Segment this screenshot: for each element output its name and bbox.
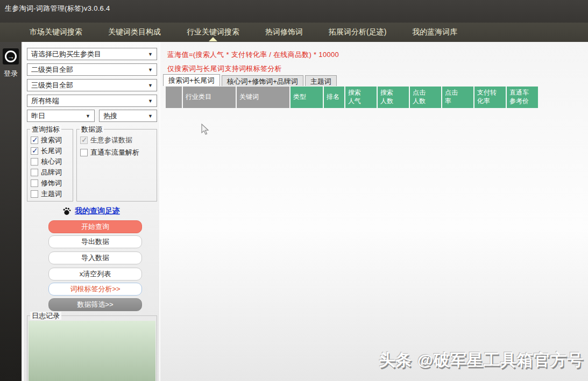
log-textarea[interactable] <box>29 321 155 381</box>
app-window: 生参淘词-词路管理(标签)v3.0.6.4 市场关键词搜索 关键词类目构成 行业… <box>0 0 588 381</box>
checkbox[interactable] <box>31 179 38 187</box>
chevron-down-icon: ▼ <box>148 52 153 57</box>
blue-ocean-formula-note: 蓝海值=(搜索人气 * 支付转化率 / 在线商品数) * 10000 <box>167 50 339 60</box>
menu-item-label: 热词修饰词 <box>265 27 303 37</box>
group-title: 日志记录 <box>30 312 61 320</box>
checkbox-row-modifier-word[interactable]: 修饰词 <box>31 179 62 188</box>
active-menu-arrow-icon <box>209 37 217 41</box>
menu-bar: 市场关键词搜索 关键词类目构成 行业关键词搜索 热词修饰词 拓展词分析(足迹) … <box>0 23 588 42</box>
window-title: 生参淘词-词路管理(标签)v3.0.6.4 <box>5 4 110 13</box>
select-value: 二级类目全部 <box>31 65 73 75</box>
checkbox-label: 修饰词 <box>41 178 62 188</box>
root-tag-support-note: 仅搜索词与长尾词支持词根标签分析 <box>167 64 282 74</box>
tab-search-longtail-words[interactable]: 搜索词+长尾词 <box>163 74 220 86</box>
menu-item-hot-modifier-words[interactable]: 热词修饰词 <box>265 23 303 42</box>
my-query-footprint-link[interactable]: 我的查询足迹 <box>75 206 120 216</box>
checkbox-label: 长尾词 <box>41 146 62 156</box>
menu-item-market-keyword-search[interactable]: 市场关键词搜索 <box>30 23 82 42</box>
chevron-down-icon: ▼ <box>86 113 90 119</box>
group-title: 查询指标 <box>30 125 61 133</box>
checkbox[interactable] <box>31 147 38 155</box>
checkbox-label: 品牌词 <box>41 168 62 177</box>
table-header-type[interactable]: 类型 <box>291 87 323 108</box>
table-header-ztc-reference-price[interactable]: 直通车 参考价 <box>507 87 538 108</box>
checkbox[interactable] <box>31 158 38 166</box>
third-level-category-select[interactable]: 三级类目全部 ▼ <box>27 79 157 91</box>
checkbox-row-long-tail-word[interactable]: 长尾词 <box>31 147 62 155</box>
checkbox-label: 生意参谋数据 <box>90 135 132 145</box>
checkbox[interactable] <box>80 136 88 144</box>
select-value: 所有终端 <box>31 96 59 106</box>
login-button[interactable]: → <box>3 48 19 64</box>
title-bar: 生参淘词-词路管理(标签)v3.0.6.4 <box>0 0 588 23</box>
table-header-rank[interactable]: 排名 <box>324 87 344 108</box>
log-group: 日志记录 <box>27 315 157 381</box>
checkbox-label: 搜索词 <box>41 135 62 145</box>
checkbox-row-sycm-data[interactable]: 生意参谋数据 <box>80 136 132 145</box>
watermark-text: 头条 @破军星工具箱官方号 <box>379 349 584 371</box>
chevron-down-icon: ▼ <box>148 98 153 104</box>
chevron-down-icon: ▼ <box>148 67 153 73</box>
clear-list-button[interactable]: x清空列表 <box>48 268 142 281</box>
table-header-keyword[interactable]: 关键词 <box>237 87 289 108</box>
table-header-clicker-count[interactable]: 点击 人数 <box>410 87 441 108</box>
table-header-row: 行业类目 关键词 类型 排名 搜索 人气 搜索 人数 点击 人数 点击 率 支付… <box>166 87 538 108</box>
menu-item-my-blue-ocean-lexicon[interactable]: 我的蓝海词库 <box>412 23 457 42</box>
chevron-down-icon: ▼ <box>148 83 153 88</box>
arrow-right-circle-icon: → <box>5 51 17 62</box>
checkbox-row-ztc-traffic-analysis[interactable]: 直通车流量解析 <box>80 148 139 157</box>
checkbox[interactable] <box>80 149 88 156</box>
table-header-searcher-count[interactable]: 搜索 人数 <box>378 87 409 108</box>
table-header-empty <box>166 87 182 108</box>
result-tabs: 搜索词+长尾词 核心词+修饰词+品牌词 主题词 <box>163 74 338 86</box>
date-range-select[interactable]: 昨日 ▼ <box>27 110 95 122</box>
select-value: 三级类目全部 <box>31 81 73 90</box>
side-rail: → 登录 <box>0 42 22 381</box>
menu-item-label: 行业关键词搜索 <box>187 27 239 37</box>
menu-item-industry-keyword-search[interactable]: 行业关键词搜索 <box>187 23 239 42</box>
checkbox-row-brand-word[interactable]: 品牌词 <box>31 168 62 177</box>
data-source-group: 数据源 生意参谋数据 直通车流量解析 <box>76 129 157 202</box>
export-data-button[interactable]: 导出数据 <box>48 235 142 248</box>
purchased-category-select[interactable]: 请选择已购买生参类目 ▼ <box>27 48 157 60</box>
table-header-click-rate[interactable]: 点击 率 <box>442 87 473 108</box>
import-data-button[interactable]: 导入数据 <box>48 251 142 264</box>
query-indicators-group: 查询指标 搜索词 长尾词 核心词 品牌词 修饰词 <box>27 129 73 202</box>
group-title: 数据源 <box>80 125 104 133</box>
query-panel: 请选择已购买生参类目 ▼ 二级类目全部 ▼ 三级类目全部 ▼ 所有终端 ▼ 昨日… <box>23 42 160 381</box>
checkbox-row-core-word[interactable]: 核心词 <box>31 157 62 166</box>
menu-item-label: 我的蓝海词库 <box>412 27 457 37</box>
checkbox-label: 主题词 <box>41 189 62 199</box>
terminal-select[interactable]: 所有终端 ▼ <box>27 95 157 107</box>
checkbox-label: 直通车流量解析 <box>90 148 139 157</box>
query-footprint-row: 我的查询足迹 <box>24 206 159 216</box>
checkbox-label: 核心词 <box>41 157 62 167</box>
table-header-search-popularity[interactable]: 搜索 人气 <box>345 87 377 108</box>
menu-item-expanded-word-analysis[interactable]: 拓展词分析(足迹) <box>329 23 386 42</box>
root-tag-analysis-button[interactable]: 词根标签分析>> <box>48 283 142 296</box>
select-value: 昨日 <box>31 111 45 121</box>
tab-core-modifier-brand-words[interactable]: 核心词+修饰词+品牌词 <box>222 75 303 86</box>
table-header-industry-category[interactable]: 行业类目 <box>183 87 236 108</box>
menu-item-label: 关键词类目构成 <box>108 27 161 37</box>
start-query-button[interactable]: 开始查询 <box>48 220 142 233</box>
second-level-category-select[interactable]: 二级类目全部 ▼ <box>27 63 157 76</box>
checkbox-row-search-word[interactable]: 搜索词 <box>31 136 62 145</box>
menu-item-label: 拓展词分析(足迹) <box>329 27 386 37</box>
hot-search-select[interactable]: 热搜 ▼ <box>99 110 157 122</box>
checkbox-row-topic-word[interactable]: 主题词 <box>31 190 62 198</box>
select-value: 热搜 <box>103 111 117 121</box>
main-content: 蓝海值=(搜索人气 * 支付转化率 / 在线商品数) * 10000 仅搜索词与… <box>160 42 588 381</box>
menu-item-label: 市场关键词搜索 <box>30 27 82 37</box>
login-label: 登录 <box>4 69 18 78</box>
checkbox[interactable] <box>31 190 38 198</box>
table-header-pay-conversion-rate[interactable]: 支付转 化率 <box>474 87 506 108</box>
checkbox[interactable] <box>31 169 38 176</box>
tab-topic-words[interactable]: 主题词 <box>305 75 337 86</box>
menu-item-keyword-category-composition[interactable]: 关键词类目构成 <box>108 23 161 42</box>
chevron-down-icon: ▼ <box>148 113 153 119</box>
footprint-icon <box>63 207 71 215</box>
select-value: 请选择已购买生参类目 <box>31 49 101 59</box>
checkbox[interactable] <box>31 136 38 144</box>
data-filter-button[interactable]: 数据筛选>> <box>48 298 142 311</box>
